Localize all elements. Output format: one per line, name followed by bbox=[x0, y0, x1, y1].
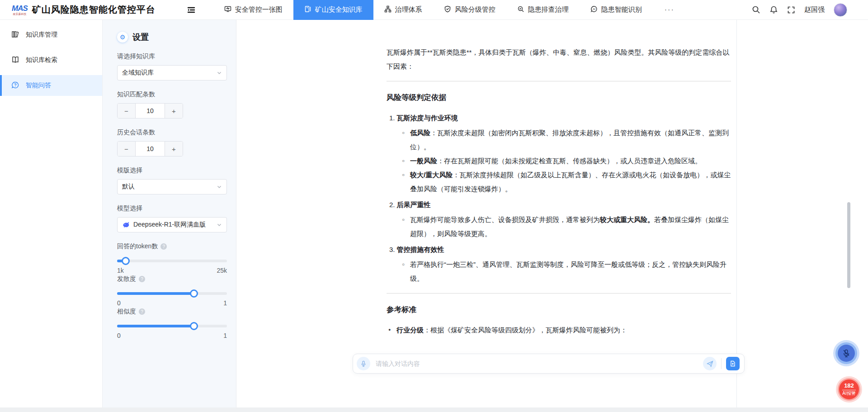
list-item: 1.瓦斯浓度与作业环境 bbox=[389, 111, 731, 125]
deepseek-whale-icon bbox=[122, 221, 130, 229]
list-item-bold: 低风险 bbox=[410, 129, 430, 137]
template-select-value: 默认 bbox=[122, 183, 217, 191]
sidebar-item-label: 知识库管理 bbox=[26, 31, 57, 39]
match-count-stepper: − 10 + bbox=[117, 103, 183, 118]
books-icon bbox=[11, 30, 19, 40]
alarm-label: AI报警 bbox=[842, 390, 855, 396]
slider-handle[interactable] bbox=[122, 257, 130, 265]
tab-governance[interactable]: 治理体系 bbox=[373, 0, 433, 20]
tab-hazard-ai-recognition[interactable]: AI 隐患智能识别 bbox=[580, 0, 653, 20]
settings-header: ⚙ 设置 bbox=[117, 32, 227, 43]
kb-select-value: 全域知识库 bbox=[122, 69, 217, 77]
header-right: 赵国强 bbox=[752, 3, 868, 17]
sub-list: 低风险：瓦斯浓度未超限（如密闭内瓦斯积聚、排放浓度未超标），且管控措施有效（如通… bbox=[402, 126, 731, 196]
decrement-button[interactable]: − bbox=[118, 142, 136, 156]
sidebar: 知识库管理 知识库检索 智能问答 bbox=[0, 20, 103, 407]
slider-handle[interactable] bbox=[190, 289, 198, 298]
increment-button[interactable]: + bbox=[165, 104, 183, 118]
list-item: 重大风险（D值≥320，如瓦斯超限作业且存在火源）： bbox=[405, 337, 731, 339]
list-item: 较大/重大风险：瓦斯浓度持续超限（如乙级及以上瓦斯含量）、存在火源或电火花（如设… bbox=[402, 168, 731, 196]
slider-fill bbox=[117, 292, 194, 295]
alarm-button-ring: 182 AI报警 bbox=[838, 378, 860, 401]
notification-bell-icon[interactable] bbox=[769, 5, 778, 14]
numbered-list: 1.瓦斯浓度与作业环境 低风险：瓦斯浓度未超限（如密闭内瓦斯积聚、排放浓度未超标… bbox=[389, 111, 731, 285]
ai-alarm-button[interactable]: 182 AI报警 bbox=[836, 376, 862, 403]
sidebar-item-label: 知识库检索 bbox=[26, 56, 57, 64]
model-select[interactable]: Deepseek-R1-联网满血版 bbox=[117, 217, 227, 232]
help-icon[interactable]: ? bbox=[139, 276, 145, 282]
match-count-value[interactable]: 10 bbox=[136, 104, 165, 118]
list-item-title: 后果严重性 bbox=[397, 201, 431, 208]
message-paragraph: 瓦斯爆炸属于**瓦斯类隐患**，具体归类于瓦斯（爆炸、中毒、窒息、燃烧）风险类型… bbox=[387, 45, 731, 73]
tab-hazard-investigation[interactable]: 隐患排查治理 bbox=[506, 0, 580, 20]
sidebar-item-smart-qa[interactable]: 智能问答 bbox=[0, 75, 102, 96]
decrement-button[interactable]: − bbox=[118, 104, 136, 118]
model-select-label: 模型选择 bbox=[117, 204, 227, 213]
slider-min: 0 bbox=[117, 299, 121, 307]
microphone-icon[interactable] bbox=[357, 357, 370, 370]
template-select[interactable]: 默认 bbox=[117, 179, 227, 194]
list-item-text: ：根据《煤矿安全风险等级四级划分》，瓦斯爆炸风险可能被列为： bbox=[424, 326, 627, 334]
open-book-icon bbox=[11, 56, 19, 65]
divider bbox=[387, 81, 731, 81]
scrollbar-thumb[interactable] bbox=[847, 202, 850, 288]
voice-assistant-button[interactable] bbox=[833, 340, 859, 366]
list-item: 3.管控措施有效性 bbox=[389, 242, 731, 256]
bullet-list: 行业分级：根据《煤矿安全风险等级四级划分》，瓦斯爆炸风险可能被列为： bbox=[388, 323, 731, 337]
list-item-text: 若严格执行“一炮三检”、通风管理、瓦斯监测等制度，风险可降至一般或低等级；反之，… bbox=[410, 260, 726, 282]
chat-input-bar bbox=[353, 354, 745, 374]
new-file-button[interactable] bbox=[726, 357, 740, 370]
divider bbox=[721, 358, 722, 369]
search-icon[interactable] bbox=[752, 5, 760, 14]
kb-select[interactable]: 全域知识库 bbox=[117, 65, 227, 81]
tab-risk-grading[interactable]: 风险分级管控 bbox=[433, 0, 506, 20]
tab-mine-knowledge-base[interactable]: 矿山安全知识库 bbox=[293, 0, 373, 20]
help-icon[interactable]: ? bbox=[160, 243, 167, 250]
template-select-label: 模版选择 bbox=[117, 166, 227, 175]
list-item-text: ：瓦斯浓度未超限（如密闭内瓦斯积聚、排放浓度未超标），且管控措施有效（如通风正常… bbox=[410, 129, 729, 151]
send-icon[interactable] bbox=[703, 357, 717, 370]
token-slider-label-text: 回答的token数 bbox=[117, 242, 158, 251]
match-count-label: 知识匹配条数 bbox=[117, 90, 227, 99]
sidebar-item-kb-management[interactable]: 知识库管理 bbox=[0, 24, 102, 45]
chat-input[interactable] bbox=[376, 360, 703, 367]
list-number: 3. bbox=[389, 246, 395, 253]
slider-handle[interactable] bbox=[190, 322, 198, 330]
sidebar-item-kb-search[interactable]: 知识库检索 bbox=[0, 50, 102, 71]
list-item-title: 管控措施有效性 bbox=[397, 246, 444, 253]
tab-safety-map[interactable]: 安全管控一张图 bbox=[213, 0, 293, 20]
slider-min: 0 bbox=[117, 332, 121, 339]
help-icon[interactable]: ? bbox=[139, 308, 145, 315]
tab-label: 隐患智能识别 bbox=[601, 5, 642, 14]
increment-button[interactable]: + bbox=[165, 142, 183, 156]
similarity-slider-range: 0 1 bbox=[117, 332, 227, 339]
horizontal-scrollbar-track[interactable] bbox=[0, 407, 868, 412]
sitemap-icon bbox=[384, 5, 392, 14]
app-title: 矿山风险隐患智能化管控平台 bbox=[32, 4, 156, 16]
token-slider-label: 回答的token数 ? bbox=[117, 242, 227, 251]
model-select-value: Deepseek-R1-联网满血版 bbox=[133, 221, 217, 229]
token-slider[interactable] bbox=[117, 260, 227, 262]
user-avatar[interactable] bbox=[834, 3, 847, 17]
list-item-bold: 较大/重大风险 bbox=[410, 171, 453, 179]
slider-min: 1k bbox=[117, 267, 124, 274]
username[interactable]: 赵国强 bbox=[804, 5, 825, 14]
similarity-slider[interactable] bbox=[117, 325, 227, 327]
list-item: 若严格执行“一炮三检”、通风管理、瓦斯监测等制度，风险可降至一般或低等级；反之，… bbox=[402, 257, 731, 285]
tab-label: 治理体系 bbox=[395, 5, 422, 14]
tab-label: 安全管控一张图 bbox=[235, 5, 283, 14]
list-item-text: ：存在瓦斯超限可能（如未按规定检查瓦斯、传感器缺失），或人员违章进入危险区域。 bbox=[437, 157, 702, 165]
settings-title: 设置 bbox=[132, 32, 149, 43]
divergence-slider[interactable] bbox=[117, 292, 227, 295]
chat-area: 瓦斯爆炸属于**瓦斯类隐患**，具体归类于瓦斯（爆炸、中毒、窒息、燃烧）风险类型… bbox=[236, 20, 737, 407]
list-item-bold: 一般风险 bbox=[410, 157, 437, 165]
nav-more-button[interactable]: ··· bbox=[653, 0, 686, 20]
search-check-icon bbox=[517, 5, 524, 14]
fullscreen-icon[interactable] bbox=[787, 6, 795, 14]
mic-muted-icon bbox=[838, 345, 855, 362]
list-item-bold: 较大或重大风险。 bbox=[600, 216, 654, 223]
menu-collapse-icon[interactable] bbox=[187, 6, 195, 14]
slider-max: 1 bbox=[223, 299, 227, 307]
alarm-count: 182 bbox=[844, 383, 854, 389]
history-count-value[interactable]: 10 bbox=[136, 142, 165, 156]
